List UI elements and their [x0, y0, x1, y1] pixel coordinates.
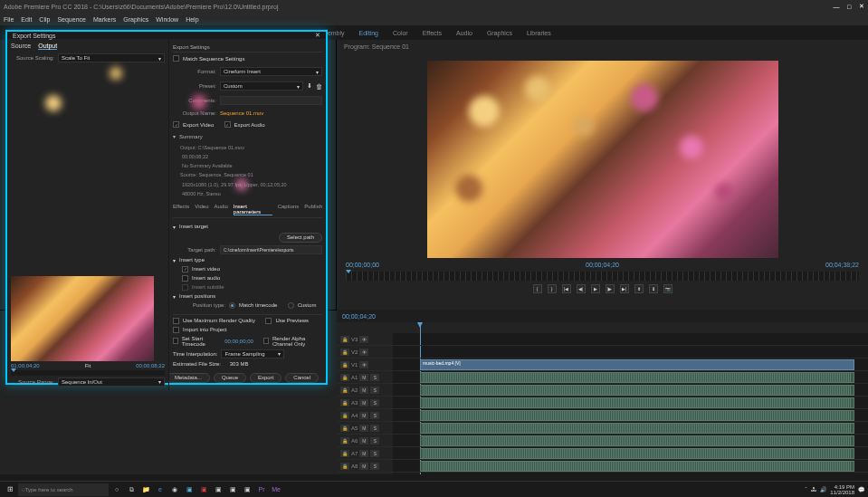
- lift-button[interactable]: ⬆: [634, 284, 644, 293]
- explorer-icon[interactable]: 📁: [139, 483, 152, 496]
- metadata-button[interactable]: Metadata...: [168, 373, 210, 383]
- track-area[interactable]: music-bed.mp4 [V]: [393, 322, 868, 474]
- minimize-button[interactable]: —: [830, 1, 843, 12]
- chrome-icon[interactable]: ◉: [168, 483, 181, 496]
- insert-audio-checkbox[interactable]: [182, 275, 188, 282]
- maximize-button[interactable]: □: [843, 1, 855, 12]
- extract-button[interactable]: ⬇: [649, 284, 658, 293]
- menu-help[interactable]: Help: [186, 16, 198, 23]
- audio-clip-a5[interactable]: [420, 423, 854, 434]
- workspace-effects[interactable]: Effects: [423, 30, 442, 36]
- tab-effects[interactable]: Effects: [173, 204, 189, 215]
- notification-icon[interactable]: 💬: [858, 486, 864, 492]
- audio-clip-a1[interactable]: [420, 372, 854, 383]
- start-tc-value[interactable]: 00;00;00;00: [224, 339, 253, 344]
- use-previews-checkbox[interactable]: [265, 318, 272, 324]
- cortana-icon[interactable]: ○: [110, 483, 123, 496]
- playhead-icon[interactable]: [346, 270, 351, 273]
- tab-video[interactable]: Video: [195, 204, 208, 215]
- tray-time[interactable]: 4:19 PM: [830, 484, 854, 490]
- comments-input[interactable]: [220, 96, 322, 105]
- menu-file[interactable]: File: [4, 16, 14, 23]
- audio-clip-a8[interactable]: [420, 461, 854, 472]
- tray-chevron-icon[interactable]: ˄: [805, 486, 807, 492]
- insert-video-checkbox[interactable]: [182, 266, 188, 272]
- audio-clip-a4[interactable]: [420, 410, 854, 421]
- output-name-link[interactable]: Sequence 01.mov: [220, 110, 263, 116]
- menu-window[interactable]: Window: [156, 16, 178, 23]
- audio-clip-a7[interactable]: [420, 448, 854, 459]
- alpha-only-checkbox[interactable]: [263, 338, 269, 344]
- source-range-dropdown[interactable]: Sequence In/Out▾: [58, 378, 165, 387]
- play-button[interactable]: ▶: [591, 284, 600, 293]
- app-icon-2[interactable]: ▣: [197, 483, 210, 496]
- start-button[interactable]: ⊞: [4, 483, 16, 496]
- match-seq-checkbox[interactable]: [173, 55, 179, 62]
- cancel-button[interactable]: Cancel: [285, 373, 319, 383]
- taskbar-search[interactable]: ○ Type here to search: [18, 483, 109, 496]
- app-icon-3[interactable]: ▣: [212, 483, 224, 496]
- tab-insert-params[interactable]: Insert parameters: [234, 204, 272, 215]
- preview-scrubber[interactable]: [11, 370, 165, 376]
- edge-icon[interactable]: e: [154, 483, 167, 496]
- delete-preset-icon[interactable]: 🗑: [316, 83, 322, 90]
- tab-source[interactable]: Source: [11, 43, 31, 50]
- set-start-tc-checkbox[interactable]: [173, 338, 178, 344]
- premiere-icon[interactable]: Pr: [255, 483, 268, 496]
- workspace-audio[interactable]: Audio: [456, 30, 472, 36]
- export-video-checkbox[interactable]: [173, 121, 179, 128]
- fit-dropdown[interactable]: Fit: [85, 363, 91, 368]
- mark-out-button[interactable]: }: [548, 284, 557, 293]
- save-preset-icon[interactable]: ⬇: [307, 82, 312, 90]
- workspace-graphics[interactable]: Graphics: [487, 30, 512, 36]
- go-to-in-button[interactable]: |◀: [562, 284, 571, 293]
- timeline-tc[interactable]: 00;00;04;20: [342, 313, 376, 320]
- volume-icon[interactable]: 🔊: [820, 486, 826, 492]
- program-ruler[interactable]: [346, 272, 859, 281]
- audio-clip-a2[interactable]: [420, 385, 854, 396]
- tab-publish[interactable]: Publish: [304, 204, 322, 215]
- tab-captions[interactable]: Captions: [278, 204, 300, 215]
- task-view-icon[interactable]: ⧉: [125, 483, 138, 496]
- preview-playhead-icon[interactable]: [11, 368, 16, 372]
- audio-clip-a3[interactable]: [420, 397, 854, 408]
- custom-radio[interactable]: [288, 302, 294, 309]
- target-path-input[interactable]: C:\cineformInsert\Premiere\exports: [220, 245, 322, 254]
- step-back-button[interactable]: ◀|: [577, 284, 586, 293]
- audio-clip-a6[interactable]: [420, 435, 854, 446]
- media-encoder-icon[interactable]: Me: [270, 483, 282, 496]
- source-scaling-dropdown[interactable]: Scale To Fit▾: [58, 53, 165, 62]
- mark-in-button[interactable]: {: [533, 284, 542, 293]
- time-interp-dropdown[interactable]: Frame Sampling▾: [221, 349, 284, 358]
- workspace-editing[interactable]: Editing: [359, 30, 378, 36]
- export-button[interactable]: Export: [250, 373, 281, 383]
- tray-date[interactable]: 11/2/2018: [830, 490, 854, 495]
- select-path-button[interactable]: Select path: [279, 233, 322, 243]
- timeline-ruler[interactable]: [393, 322, 868, 333]
- network-icon[interactable]: 🖧: [811, 487, 816, 492]
- workspace-color[interactable]: Color: [393, 30, 408, 36]
- go-to-out-button[interactable]: ▶|: [620, 284, 629, 293]
- close-button[interactable]: ✕: [855, 1, 868, 12]
- app-icon-5[interactable]: ▣: [241, 483, 253, 496]
- export-close-button[interactable]: ✕: [315, 32, 320, 39]
- tab-audio[interactable]: Audio: [214, 204, 227, 215]
- preset-dropdown[interactable]: Custom▾: [220, 81, 303, 91]
- format-dropdown[interactable]: Cineform Insert▾: [220, 67, 322, 76]
- menu-graphics[interactable]: Graphics: [123, 16, 148, 23]
- export-audio-checkbox[interactable]: [224, 121, 231, 128]
- menu-markers[interactable]: Markers: [93, 16, 116, 23]
- max-quality-checkbox[interactable]: [173, 318, 179, 324]
- queue-button[interactable]: Queue: [214, 373, 246, 383]
- menu-sequence[interactable]: Sequence: [57, 16, 86, 23]
- export-frame-button[interactable]: 📷: [663, 284, 672, 293]
- step-fwd-button[interactable]: |▶: [606, 284, 615, 293]
- tab-output[interactable]: Output: [38, 43, 57, 50]
- app-icon-4[interactable]: ▣: [226, 483, 239, 496]
- menu-edit[interactable]: Edit: [21, 16, 32, 23]
- workspace-libraries[interactable]: Libraries: [527, 30, 551, 36]
- import-project-checkbox[interactable]: [173, 327, 179, 333]
- video-clip[interactable]: music-bed.mp4 [V]: [420, 359, 854, 370]
- app-icon-1[interactable]: ▣: [183, 483, 196, 496]
- menu-clip[interactable]: Clip: [39, 16, 50, 23]
